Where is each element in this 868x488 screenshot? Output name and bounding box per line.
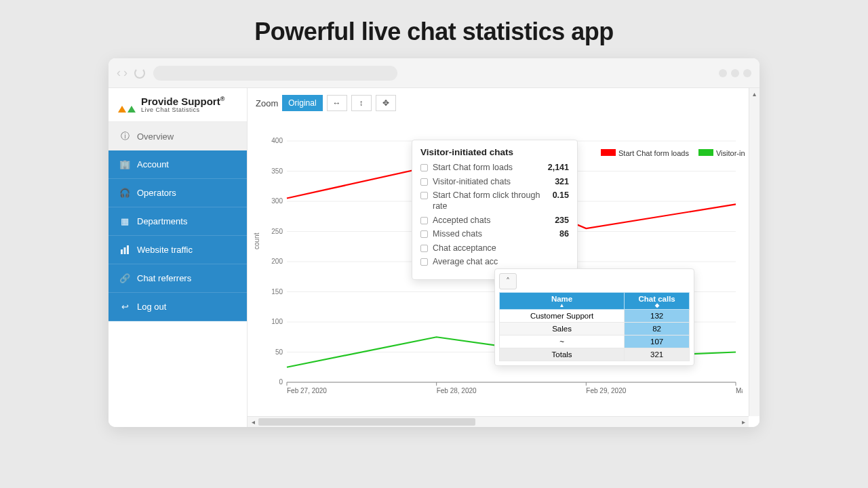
url-bar[interactable] [153,66,397,81]
scroll-right-icon[interactable]: ▸ [738,418,749,426]
sidebar-item-website-traffic[interactable]: Website traffic [108,236,247,264]
breakdown-table: Name▲ Chat calls◆ Customer Support132Sal… [499,292,690,361]
zoom-vertical-button[interactable]: ↕ [351,95,372,111]
tooltip-row: Chat acceptance [420,243,569,254]
sidebar-item-departments[interactable]: ▦ Departments [108,207,247,236]
sidebar-item-label: Operators [137,188,176,198]
col-name[interactable]: Name▲ [500,293,625,310]
svg-text:250: 250 [271,228,283,235]
brand-name: Provide Support® [141,96,224,106]
checkbox-icon[interactable] [420,230,428,238]
checkbox-icon[interactable] [420,217,428,224]
chart-tooltip: Visitor-initiated chats Start Chat form … [412,140,578,280]
building-icon: 🏢 [119,159,130,170]
table-row[interactable]: Customer Support132 [500,310,690,323]
breakdown-panel: ˄ Name▲ Chat calls◆ Customer Support132S… [494,268,694,366]
tooltip-row: Start Chat form loads2,141 [420,163,569,174]
checkbox-icon[interactable] [420,245,428,252]
reload-icon[interactable] [134,68,145,79]
sidebar-item-account[interactable]: 🏢 Account [108,150,247,179]
vertical-scrollbar[interactable]: ▴ [749,88,760,416]
zoom-original-button[interactable]: Original [282,95,322,111]
checkbox-icon[interactable] [420,258,428,266]
col-chat-calls[interactable]: Chat calls◆ [625,293,690,310]
info-icon: ⓘ [119,131,130,142]
checkbox-icon[interactable] [420,192,428,199]
back-icon[interactable]: ‹ [117,66,121,80]
table-row[interactable]: Sales82 [500,323,690,336]
checkbox-icon[interactable] [420,178,428,186]
tooltip-metric-label: Missed chats [433,229,554,240]
window-dot [743,69,751,77]
sidebar-item-label: Departments [137,216,187,226]
tooltip-row: Missed chats86 [420,229,569,240]
sidebar-item-operators[interactable]: 🎧 Operators [108,179,247,207]
zoom-horizontal-button[interactable]: ↔ [327,95,347,111]
logout-icon: ↩ [119,302,130,312]
table-row[interactable]: ~107 [500,336,690,348]
svg-rect-2 [127,245,129,254]
tooltip-title: Visitor-initiated chats [420,147,569,157]
tooltip-metric-label: Start Chat form loads [433,163,542,174]
browser-frame: ‹ › Provide Support® Live Chat Statistic… [108,58,760,427]
scroll-up-icon[interactable]: ▴ [749,88,760,99]
tooltip-row: Accepted chats235 [420,216,569,226]
app-root: Provide Support® Live Chat Statistics ⓘ … [108,88,760,427]
tooltip-metric-value: 86 [559,229,569,239]
tooltip-metric-label: Visitor-initiated chats [433,177,549,188]
chevron-up-icon: ˄ [506,277,510,286]
sidebar-item-overview[interactable]: ⓘ Overview [108,122,247,150]
svg-text:200: 200 [271,258,283,265]
svg-text:Feb 28, 2020: Feb 28, 2020 [437,387,477,394]
main-panel: Zoom Original ↔ ↕ ✥ count Start Chat for… [248,88,760,427]
svg-text:300: 300 [271,197,283,205]
zoom-label: Zoom [256,98,278,108]
sidebar: Provide Support® Live Chat Statistics ⓘ … [108,88,248,427]
tooltip-metric-label: Average chat acc [433,257,569,268]
headset-icon: 🎧 [119,188,130,199]
svg-text:Feb 29, 2020: Feb 29, 2020 [586,387,626,394]
page-headline: Powerful live chat statistics app [0,0,868,58]
forward-icon[interactable]: › [123,66,127,80]
zoom-both-button[interactable]: ✥ [376,95,396,111]
tooltip-metric-label: Chat acceptance [433,243,569,254]
svg-text:100: 100 [271,318,283,325]
svg-text:Feb 27, 2020: Feb 27, 2020 [287,387,327,394]
svg-text:400: 400 [271,137,283,144]
svg-text:Mar 1, 2020: Mar 1, 2020 [736,387,743,394]
collapse-button[interactable]: ˄ [499,273,517,289]
tooltip-metric-value: 321 [555,177,569,186]
sidebar-item-label: Website traffic [137,245,193,255]
zoom-controls: Zoom Original ↔ ↕ ✥ [256,95,745,111]
sidebar-item-chat-referrers[interactable]: 🔗 Chat referrers [108,264,247,293]
sidebar-item-label: Log out [137,302,166,312]
svg-rect-0 [121,249,123,254]
brand-logo-icon [118,98,136,113]
window-dot [719,69,727,77]
brand-sub: Live Chat Statistics [141,106,224,113]
tooltip-metric-label: Start Chat form click through rate [433,190,547,211]
link-icon: 🔗 [119,273,130,284]
scroll-thumb[interactable] [258,418,475,426]
tooltip-metric-value: 0.15 [553,190,569,200]
sidebar-item-label: Overview [137,131,174,142]
window-dot [731,69,739,77]
browser-toolbar: ‹ › [108,58,760,88]
table-totals-row: Totals321 [500,348,690,361]
sidebar-item-logout[interactable]: ↩ Log out [108,293,247,321]
scroll-left-icon[interactable]: ◂ [248,418,258,426]
tooltip-metric-value: 235 [555,216,569,225]
svg-rect-1 [124,247,126,254]
departments-icon: ▦ [119,216,130,227]
bar-chart-icon [119,245,130,256]
sidebar-item-label: Chat referrers [137,273,191,283]
tooltip-row: Visitor-initiated chats321 [420,177,569,188]
brand: Provide Support® Live Chat Statistics [108,88,247,122]
checkbox-icon[interactable] [420,164,428,171]
svg-text:50: 50 [275,348,283,356]
horizontal-scrollbar[interactable]: ◂ ▸ [248,416,749,427]
chart: count Start Chat form loads Visitor-in 0… [254,114,745,405]
tooltip-row: Average chat acc [420,257,569,268]
svg-text:350: 350 [271,167,283,175]
svg-text:0: 0 [279,378,283,386]
